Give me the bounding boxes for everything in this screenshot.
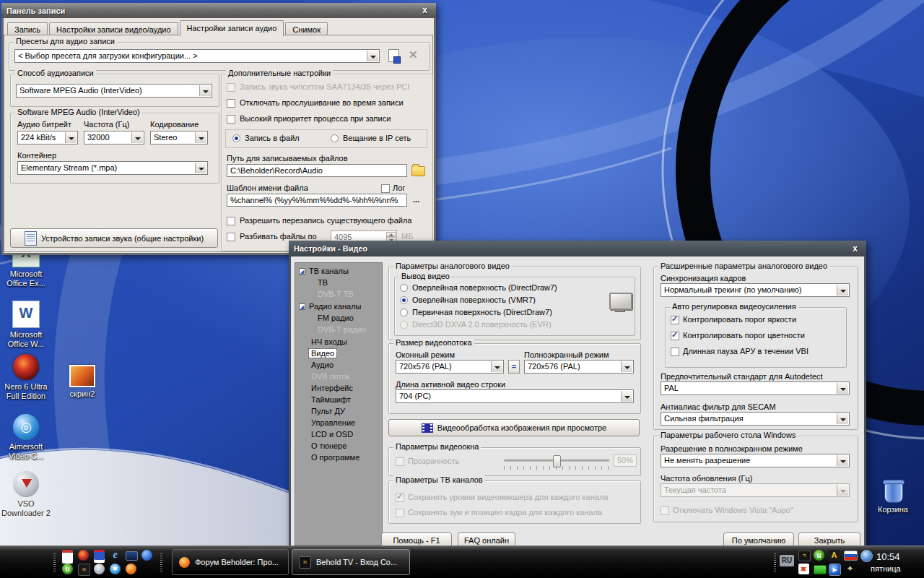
snowflake-icon[interactable]: ✱: [110, 564, 121, 574]
slider-ticks: [504, 466, 609, 470]
filename-template-input[interactable]: %channel% (%yy%%mm%%dd%-%hh%%nn%: [227, 194, 407, 207]
calendar-icon[interactable]: [62, 550, 73, 564]
save-preset-icon[interactable]: [388, 49, 399, 62]
tree-item-o-tyunere[interactable]: О тюнере: [311, 441, 346, 452]
tab-audio-settings[interactable]: Настройки записи аудио: [180, 20, 284, 36]
frame-sync-select[interactable]: Нормальный трекинг (по умолчанию): [661, 283, 850, 297]
brightness-threshold-checkbox[interactable]: [671, 316, 679, 324]
firefox-quicklaunch-icon[interactable]: [126, 564, 136, 574]
sound-device-button[interactable]: Устройство записи звука (общие настройки…: [10, 228, 218, 248]
desktop: Microsoft Office Ex... Microsoft Office …: [0, 0, 924, 578]
tree-item-video[interactable]: Видео: [309, 348, 336, 359]
active-line-select[interactable]: 704 (PC): [396, 389, 634, 403]
audio-method-select[interactable]: Software MPEG Audio (InterVideo): [16, 84, 212, 98]
taskbar-button-forum[interactable]: Форум Beholder: Про...: [172, 549, 289, 575]
log-checkbox[interactable]: [381, 184, 390, 193]
close-icon[interactable]: x: [849, 243, 861, 254]
window-mode-select[interactable]: 720x576 (PAL): [396, 360, 504, 374]
desktop-icon-nero[interactable]: Nero 6 Ultra Full Edition: [0, 354, 52, 401]
taskbar-button-beholdtv[interactable]: ≈ Behold TV - Вход Co...: [292, 549, 410, 575]
overlay-dd7-radio[interactable]: [400, 284, 408, 292]
broadcast-ip-radio[interactable]: [331, 134, 339, 142]
resolution-select[interactable]: Не менять разрешение: [661, 454, 850, 467]
desktop-icon-vso[interactable]: VSO Downloader 2: [0, 471, 52, 518]
video-processing-button[interactable]: Видеообработка изображения при просмотре: [388, 419, 640, 436]
tab-snapshot[interactable]: Снимок: [285, 22, 328, 35]
nero-quicklaunch-icon[interactable]: [78, 550, 89, 561]
tree-item-dvb-t-tv: DVB-T ТВ: [318, 289, 354, 300]
tray-player-icon[interactable]: ▶: [829, 564, 841, 576]
tree-item-o-programme[interactable]: О программе: [311, 452, 359, 463]
desktop-icon-word[interactable]: Microsoft Office W...: [0, 301, 52, 349]
split-files-checkbox[interactable]: [227, 233, 235, 241]
globe-icon[interactable]: [141, 550, 152, 561]
display-icon[interactable]: [126, 551, 138, 561]
firefox-icon: [179, 557, 190, 568]
overlay-vmr7-radio[interactable]: [400, 296, 408, 304]
tree-item-pult-du[interactable]: Пульт ДУ: [311, 406, 345, 417]
tray-messenger-icon[interactable]: [860, 550, 873, 562]
tray-traffic-icon[interactable]: [814, 565, 827, 574]
template-more-button[interactable]: ...: [413, 195, 419, 204]
equal-sizes-button[interactable]: =: [508, 360, 520, 374]
clock-time[interactable]: 10:54: [876, 551, 900, 562]
autodetect-select[interactable]: PAL: [661, 381, 850, 395]
chevron-down-icon: [840, 490, 846, 493]
tree-expander-icon[interactable]: ◢: [299, 268, 305, 275]
tray-punto-icon[interactable]: A: [829, 550, 840, 561]
chevron-down-icon: [840, 290, 846, 293]
utorrent-quicklaunch-icon[interactable]: u: [62, 564, 73, 574]
delete-preset-icon[interactable]: ✕: [409, 48, 418, 61]
tree-item-radio-kanaly[interactable]: Радио каналы: [309, 301, 362, 312]
fullscreen-mode-select[interactable]: 720x576 (PAL): [524, 360, 634, 374]
container-select[interactable]: Elementary Stream (*.mpa): [17, 161, 208, 175]
tree-item-upravlenie[interactable]: Управление: [311, 418, 355, 428]
tree-item-tv-kanaly[interactable]: ТВ каналы: [309, 266, 349, 277]
vso-icon: [13, 471, 39, 497]
tray-beholdtv-icon[interactable]: ≈: [798, 551, 811, 561]
tray-flag-ru-icon[interactable]: [844, 551, 858, 561]
quicklaunch-handle[interactable]: [53, 553, 56, 572]
antialias-select[interactable]: Сильная фильтрация: [661, 412, 850, 426]
saa-checkbox: [227, 83, 235, 92]
beholdtv-quicklaunch-icon[interactable]: ≈: [78, 564, 90, 576]
tray-utorrent-icon[interactable]: u: [814, 550, 824, 561]
tray-wand-icon[interactable]: ✦: [845, 564, 855, 574]
mute-while-recording-checkbox[interactable]: [227, 99, 235, 108]
tree-item-lcd-i-osd[interactable]: LCD и OSD: [311, 429, 353, 440]
tree-item-audio[interactable]: Аудио: [311, 360, 334, 371]
internet-explorer-icon[interactable]: e: [110, 550, 121, 561]
tree-item-taymshift[interactable]: Таймшифт: [311, 394, 351, 405]
overwrite-checkbox[interactable]: [227, 217, 235, 225]
tab-video-audio-settings[interactable]: Настройки записи видео/аудио: [49, 22, 178, 35]
language-indicator[interactable]: RU: [780, 555, 794, 566]
save-mixer-label: Сохранять уровни видеомикшера для каждог…: [408, 493, 608, 501]
group-label: Параметры рабочего стола Windows: [658, 431, 798, 439]
tv-channels-group: Параметры ТВ каналов: [388, 480, 641, 524]
tree-item-nch-vhody[interactable]: НЧ входы: [311, 337, 347, 348]
tree-item-tv[interactable]: ТВ: [318, 277, 328, 288]
high-priority-checkbox[interactable]: [227, 115, 235, 124]
close-icon[interactable]: x: [419, 5, 431, 16]
primary-dd7-radio[interactable]: [400, 309, 408, 316]
save-quicklaunch-icon[interactable]: [94, 550, 105, 563]
encoding-select[interactable]: Stereo: [150, 131, 208, 144]
record-to-file-radio[interactable]: [232, 134, 240, 142]
record-path-input[interactable]: C:\Beholder\Record\Audio: [227, 164, 407, 177]
agc-pause-checkbox[interactable]: [671, 348, 679, 356]
desktop-icon-recycle-bin[interactable]: Корзина: [867, 480, 919, 514]
desktop-icon-label: Nero 6 Ultra Full Edition: [0, 382, 52, 401]
clock-tool-icon[interactable]: [94, 564, 105, 574]
tree-expander-icon[interactable]: ◢: [299, 303, 305, 310]
tree-item-fm-radio[interactable]: FM радио: [318, 313, 354, 324]
desktop-icon-skrin2[interactable]: скрин2: [56, 361, 108, 399]
folder-icon[interactable]: [411, 166, 425, 176]
tree-item-interfeys[interactable]: Интерфейс: [311, 383, 353, 394]
frequency-select[interactable]: 32000: [84, 131, 144, 144]
preset-select[interactable]: < Выбор пресета для загрузки конфигураци…: [14, 49, 380, 63]
bitrate-select[interactable]: 224 kBit/s: [17, 131, 78, 144]
tab-record[interactable]: Запись: [7, 22, 48, 35]
tray-updown-icon[interactable]: [798, 564, 809, 574]
desktop-icon-aimersoft[interactable]: Aimersoft Video C...: [0, 414, 52, 461]
chroma-threshold-checkbox[interactable]: [671, 332, 679, 340]
